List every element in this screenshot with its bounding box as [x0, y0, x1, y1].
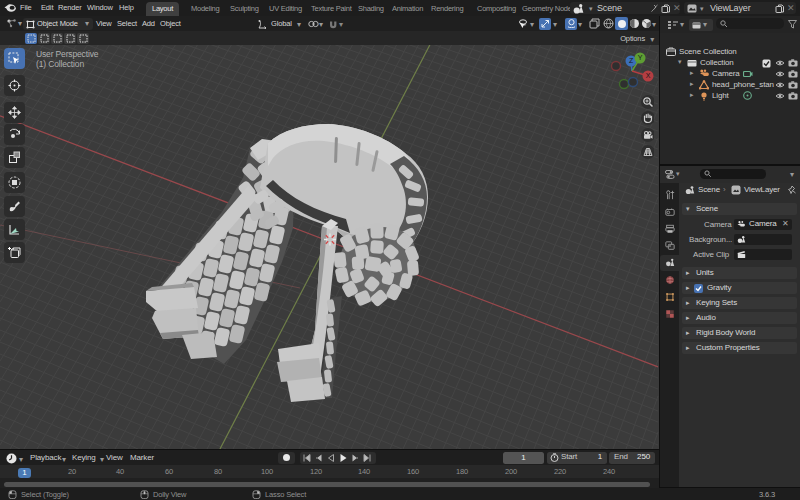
svg-text:Y: Y: [638, 54, 643, 61]
svg-text:X: X: [646, 72, 651, 79]
